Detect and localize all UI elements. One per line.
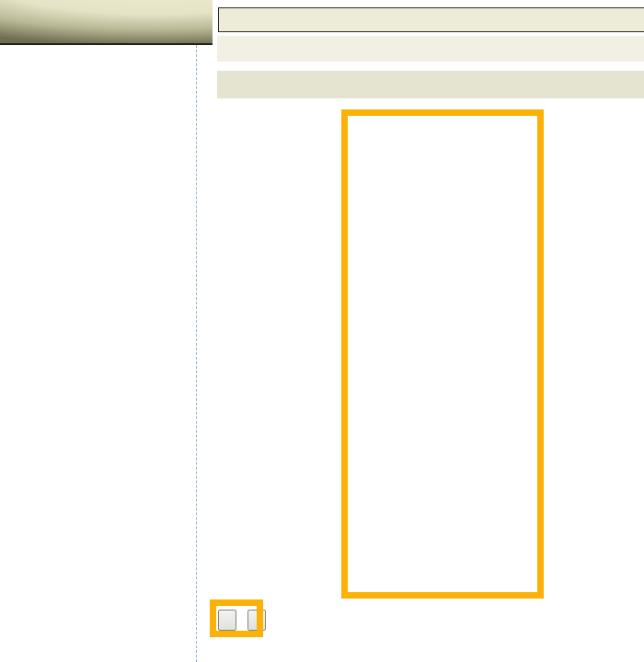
form-actions [218,610,266,631]
main-panel [214,0,644,662]
server-status-bar [218,7,644,32]
postgresql-elephant-icon [225,41,240,56]
app-logo [0,0,213,45]
cancel-button[interactable] [247,610,266,631]
object-tree [0,45,197,662]
server-icon [253,41,268,56]
page-title-bar [217,71,644,98]
sidebar [0,0,214,662]
phppgadmin-window [0,0,644,662]
breadcrumb [217,36,644,62]
create-button[interactable] [218,610,236,631]
